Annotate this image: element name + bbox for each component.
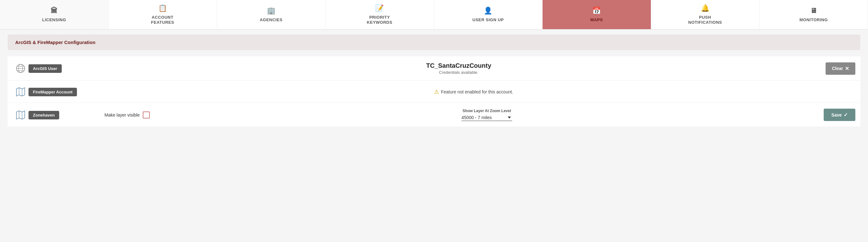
arcgis-center: TC_SantaCruzCounty Credentials available… xyxy=(92,62,826,75)
nav-maps-label: MAPS xyxy=(590,18,603,23)
firemapper-label-container: FireMapper Account xyxy=(29,89,92,95)
nav-maps[interactable]: 📅 MAPS xyxy=(542,0,651,29)
zoom-level-section: Show Layer At Zoom Level 45000 - 7 miles… xyxy=(462,109,512,121)
make-visible-label: Make layer visible xyxy=(104,113,140,118)
user-sign-up-icon: 👤 xyxy=(484,6,493,16)
arcgis-username: TC_SantaCruzCounty xyxy=(426,62,491,69)
nav-licensing-label: LICENSING xyxy=(42,18,66,23)
zonehaven-make-visible-group: Make layer visible xyxy=(104,112,150,118)
arcgis-credentials: Credentials available. xyxy=(439,70,478,75)
agencies-icon: 🏢 xyxy=(267,6,276,16)
arcgis-label-container: ArcGIS User xyxy=(29,66,92,71)
nav-priority-keywords-label: PRIORITYKEYWORDS xyxy=(367,15,393,26)
top-navigation: 🏛 LICENSING 📋 ACCOUNTFEATURES 🏢 AGENCIES… xyxy=(0,0,868,29)
firemapper-map-icon xyxy=(13,87,29,97)
firemapper-badge: FireMapper Account xyxy=(29,88,77,96)
arcgis-clear-button[interactable]: Clear ✕ xyxy=(826,62,855,75)
priority-keywords-icon: 📝 xyxy=(375,4,384,13)
zonehaven-label-container: Zonehaven xyxy=(29,112,92,118)
arcgis-actions: Clear ✕ xyxy=(826,62,855,75)
arcgis-row: ArcGIS User TC_SantaCruzCounty Credentia… xyxy=(8,56,860,81)
save-check-icon: ✓ xyxy=(844,112,848,118)
nav-account-features-label: ACCOUNTFEATURES xyxy=(151,15,174,26)
firemapper-warning-text: Feature not enabled for this account. xyxy=(441,89,513,94)
clear-label: Clear xyxy=(832,66,843,71)
account-features-icon: 📋 xyxy=(158,4,167,13)
licensing-icon: 🏛 xyxy=(51,6,58,16)
clear-x-icon: ✕ xyxy=(845,66,849,71)
main-content: ArcGIS & FireMapper Configuration ArcGIS… xyxy=(0,29,868,132)
zoom-level-select[interactable]: 45000 - 7 miles 30000 - 5 miles 15000 - … xyxy=(462,114,512,121)
make-visible-checkbox[interactable] xyxy=(143,112,150,118)
monitoring-icon: 🖥 xyxy=(810,6,817,16)
zoom-level-label: Show Layer At Zoom Level xyxy=(462,109,512,113)
nav-monitoring[interactable]: 🖥 MONITORING xyxy=(760,0,868,29)
arcgis-globe-icon xyxy=(13,64,29,73)
nav-licensing[interactable]: 🏛 LICENSING xyxy=(0,0,108,29)
nav-priority-keywords[interactable]: 📝 PRIORITYKEYWORDS xyxy=(326,0,434,29)
nav-account-features[interactable]: 📋 ACCOUNTFEATURES xyxy=(108,0,217,29)
nav-user-sign-up-label: USER SIGN UP xyxy=(472,18,504,23)
svg-marker-5 xyxy=(17,88,25,96)
firemapper-row: FireMapper Account ⚠ Feature not enabled… xyxy=(8,81,860,103)
zonehaven-badge: Zonehaven xyxy=(29,111,59,119)
zonehaven-row: Zonehaven Make layer visible Show Layer … xyxy=(8,103,860,127)
firemapper-warning: ⚠ Feature not enabled for this account. xyxy=(434,88,513,95)
zonehaven-map-icon xyxy=(13,110,29,120)
section-header: ArcGIS & FireMapper Configuration xyxy=(8,34,860,50)
save-label: Save xyxy=(831,113,842,118)
push-notifications-icon: 🔔 xyxy=(701,4,710,13)
section-title: ArcGIS & FireMapper Configuration xyxy=(15,39,95,45)
firemapper-center: ⚠ Feature not enabled for this account. xyxy=(92,88,855,95)
zonehaven-zoom-group: Show Layer At Zoom Level 45000 - 7 miles… xyxy=(150,109,824,121)
nav-monitoring-label: MONITORING xyxy=(799,18,828,23)
nav-agencies[interactable]: 🏢 AGENCIES xyxy=(217,0,326,29)
warning-triangle-icon: ⚠ xyxy=(434,88,439,95)
zonehaven-save-button[interactable]: Save ✓ xyxy=(824,109,855,121)
nav-push-notifications-label: PUSHNOTIFICATIONS xyxy=(688,15,722,26)
svg-marker-8 xyxy=(17,111,25,119)
nav-user-sign-up[interactable]: 👤 USER SIGN UP xyxy=(434,0,542,29)
zonehaven-actions: Save ✓ xyxy=(824,109,855,121)
maps-icon: 📅 xyxy=(592,6,601,16)
arcgis-badge: ArcGIS User xyxy=(29,64,62,73)
nav-agencies-label: AGENCIES xyxy=(259,18,282,23)
nav-push-notifications[interactable]: 🔔 PUSHNOTIFICATIONS xyxy=(651,0,760,29)
